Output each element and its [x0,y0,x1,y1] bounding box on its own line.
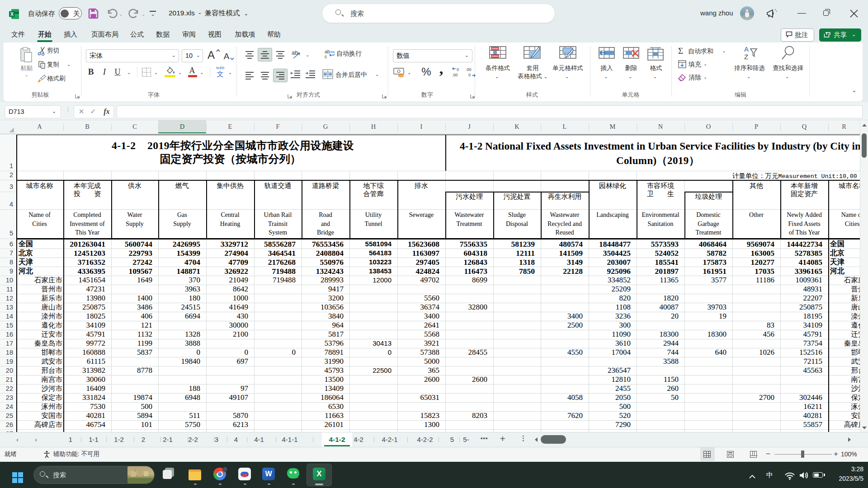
svg-text:.00: .00 [466,67,472,72]
svg-text:A: A [224,52,230,61]
svg-text:Z: Z [744,53,748,61]
svg-text:.00: .00 [452,73,458,77]
svg-text:0: 0 [468,73,471,77]
svg-text:c: c [325,54,327,59]
svg-text:A: A [208,49,215,61]
svg-text:X: X [10,11,14,17]
svg-text:0: 0 [457,67,459,72]
svg-text:A: A [744,45,749,53]
